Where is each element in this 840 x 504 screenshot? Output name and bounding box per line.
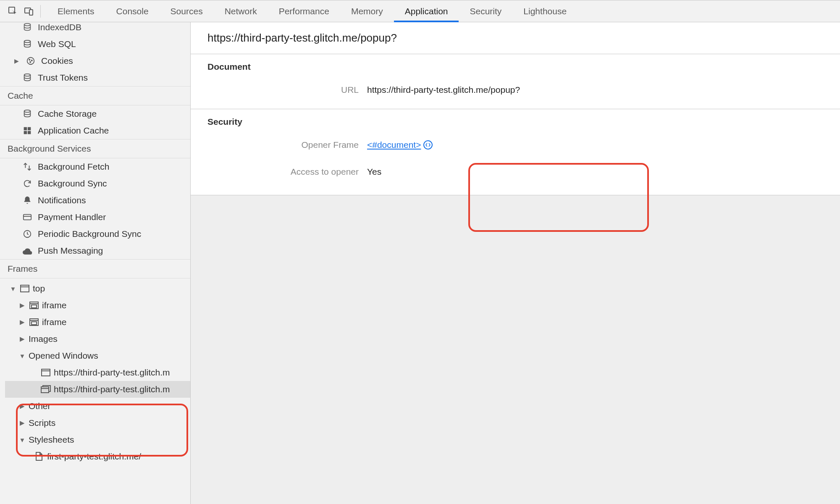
tree-label: top: [33, 284, 45, 294]
details-title: https://third-party-test.glitch.me/popup…: [207, 32, 823, 45]
sidebar-item-cookies[interactable]: ▶ Cookies: [0, 52, 190, 69]
kv-value: <#document>: [367, 140, 433, 150]
collapse-arrow-icon[interactable]: ▼: [18, 436, 26, 444]
sidebar-item-background-fetch[interactable]: Background Fetch: [0, 158, 190, 175]
svg-rect-25: [32, 322, 37, 325]
svg-rect-14: [28, 131, 31, 134]
opener-frame-link[interactable]: <#document>: [367, 140, 421, 150]
tree-label: Scripts: [29, 418, 55, 428]
section-heading: Security: [207, 117, 823, 127]
frames-tree-window-selected[interactable]: https://third-party-test.glitch.m: [5, 381, 190, 398]
kv-row-opener-frame: Opener Frame <#document>: [207, 135, 823, 155]
svg-point-6: [29, 59, 30, 60]
tree-label: iframe: [42, 300, 66, 310]
windows-icon: [40, 385, 51, 394]
database-icon: [22, 108, 33, 119]
frames-tree-opened-windows[interactable]: ▼ Opened Windows: [5, 347, 190, 364]
tab-elements[interactable]: Elements: [47, 0, 105, 22]
frame-icon: [19, 284, 30, 293]
tab-memory[interactable]: Memory: [340, 0, 394, 22]
sidebar-item-application-cache[interactable]: Application Cache: [0, 122, 190, 139]
expand-arrow-icon[interactable]: ▶: [13, 58, 20, 64]
tab-console[interactable]: Console: [105, 0, 160, 22]
sidebar-item-push-messaging[interactable]: Push Messaging: [0, 242, 190, 259]
sidebar-item-label: Web SQL: [38, 39, 76, 49]
tree-label: first-party-test.glitch.me/: [47, 452, 141, 462]
svg-rect-26: [42, 369, 50, 376]
frames-tree-top[interactable]: ▼ top: [5, 280, 190, 297]
sidebar-item-label: Periodic Background Sync: [38, 229, 141, 239]
tab-network[interactable]: Network: [214, 0, 268, 22]
sidebar-item-notifications[interactable]: Notifications: [0, 192, 190, 209]
database-icon: [22, 22, 33, 33]
svg-point-8: [30, 62, 31, 63]
svg-rect-15: [24, 215, 31, 220]
tab-lighthouse[interactable]: Lighthouse: [512, 0, 578, 22]
frames-tree-stylesheet-item[interactable]: first-party-test.glitch.me/: [5, 448, 190, 465]
details-header: https://third-party-test.glitch.me/popup…: [191, 22, 840, 54]
frames-tree-window[interactable]: https://third-party-test.glitch.m: [5, 364, 190, 381]
svg-rect-12: [28, 127, 31, 131]
sidebar-item-label: Notifications: [38, 195, 86, 205]
sync-icon: [22, 178, 33, 189]
section-heading: Document: [207, 62, 823, 72]
svg-point-10: [24, 110, 31, 113]
expand-arrow-icon[interactable]: ▶: [18, 402, 26, 410]
frames-tree-stylesheets[interactable]: ▼ Stylesheets: [5, 431, 190, 448]
security-section: Security Opener Frame <#document> Access…: [191, 109, 840, 195]
sidebar-item-payment-handler[interactable]: Payment Handler: [0, 209, 190, 226]
reveal-in-elements-icon[interactable]: [423, 140, 433, 150]
sidebar-item-label: Payment Handler: [38, 212, 106, 222]
svg-rect-22: [32, 305, 37, 308]
tabbar-separator: [40, 5, 41, 18]
transfer-icon: [22, 161, 33, 172]
frames-tree-scripts[interactable]: ▶ Scripts: [5, 415, 190, 431]
sidebar-item-trust-tokens[interactable]: Trust Tokens: [0, 69, 190, 86]
sidebar-item-websql[interactable]: Web SQL: [0, 36, 190, 52]
tab-performance[interactable]: Performance: [268, 0, 340, 22]
kv-label: Opener Frame: [207, 140, 367, 150]
sidebar-item-label: Background Fetch: [38, 162, 109, 172]
details-panel: https://third-party-test.glitch.me/popup…: [191, 22, 840, 504]
expand-arrow-icon[interactable]: ▶: [18, 302, 26, 309]
svg-rect-11: [24, 127, 27, 131]
file-icon: [34, 452, 45, 461]
svg-point-3: [24, 24, 31, 26]
window-icon: [40, 368, 51, 377]
kv-value: Yes: [367, 167, 381, 177]
iframe-icon: [29, 301, 39, 310]
svg-rect-18: [21, 285, 29, 292]
sidebar-item-background-sync[interactable]: Background Sync: [0, 175, 190, 192]
tab-sources[interactable]: Sources: [160, 0, 214, 22]
tab-application[interactable]: Application: [394, 1, 459, 22]
svg-rect-2: [29, 10, 33, 15]
expand-arrow-icon[interactable]: ▶: [18, 318, 26, 326]
sidebar-heading-frames: Frames: [0, 259, 190, 278]
document-section: Document URL https://third-party-test.gl…: [191, 54, 840, 109]
kv-label: Access to opener: [207, 167, 367, 177]
sidebar-heading-cache: Cache: [0, 86, 190, 105]
sidebar-item-label: Background Sync: [38, 178, 107, 189]
database-icon: [22, 39, 33, 50]
frames-tree-iframe[interactable]: ▶ iframe: [5, 314, 190, 331]
sidebar-item-label: IndexedDB: [38, 22, 81, 32]
sidebar-item-periodic-sync[interactable]: Periodic Background Sync: [0, 226, 190, 242]
frames-tree-images[interactable]: ▶ Images: [5, 331, 190, 347]
svg-rect-13: [24, 131, 27, 134]
sidebar-item-cache-storage[interactable]: Cache Storage: [0, 105, 190, 122]
expand-arrow-icon[interactable]: ▶: [18, 419, 26, 427]
sidebar-item-label: Cookies: [41, 56, 73, 66]
tab-security[interactable]: Security: [459, 0, 512, 22]
svg-point-5: [27, 58, 34, 65]
iframe-icon: [29, 318, 39, 327]
tree-label: https://third-party-test.glitch.m: [54, 384, 170, 394]
collapse-arrow-icon[interactable]: ▼: [9, 285, 17, 292]
frames-tree-other[interactable]: ▶ Other: [5, 398, 190, 415]
database-icon: [22, 72, 33, 83]
collapse-arrow-icon[interactable]: ▼: [18, 352, 26, 360]
inspect-element-icon[interactable]: [5, 3, 21, 19]
device-toolbar-icon[interactable]: [21, 3, 37, 19]
frames-tree-iframe[interactable]: ▶ iframe: [5, 297, 190, 314]
expand-arrow-icon[interactable]: ▶: [18, 335, 26, 343]
sidebar-item-indexeddb[interactable]: IndexedDB: [0, 22, 190, 36]
